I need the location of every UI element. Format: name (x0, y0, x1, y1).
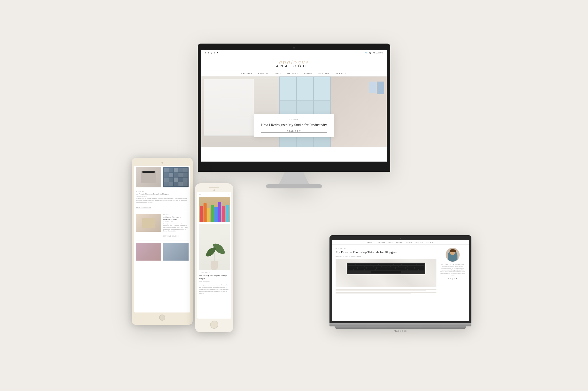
ipad-post-2-grid: TRAVEL A Weekend Adventure in Reykjavik,… (136, 214, 189, 240)
nav-shop[interactable]: SHOP (275, 72, 281, 74)
iphone-outer: 9:41 ●●● (195, 183, 233, 332)
nav-layouts[interactable]: LAYOUTS (241, 72, 252, 74)
iphone-post-excerpt: Lorem ipsum, commodo at oriente. Neque u… (199, 284, 230, 294)
ipad-post1-read-more[interactable]: CONTINUE READING (136, 207, 151, 208)
mb-instagram-icon: ◻ (452, 278, 453, 280)
macbook-main-post: BLOGGING My Favorite Photoshop Tutorials… (336, 248, 436, 295)
mb-post-title: My Favorite Photoshop Tutorials for Blog… (336, 250, 436, 255)
iphone-post-title: The Beauty of Keeping Things Simple (199, 274, 230, 280)
macbook-screen-outer: LAYOUTS ARCHIVE SHOP GALLERY ABOUT CONTA… (329, 235, 471, 323)
imac-right-icons: 🔍 🛍 ANALOGUE (365, 52, 383, 54)
mb-nav-shop[interactable]: SHOP (388, 242, 393, 243)
ipad-post2-read-more[interactable]: CONTINUE READING (163, 236, 179, 237)
iphone-speaker (209, 187, 219, 188)
iphone-home-button[interactable] (210, 321, 218, 329)
mb-nav-buynow[interactable]: BUY NOW (426, 242, 434, 243)
macbook-device: LAYOUTS ARCHIVE SHOP GALLERY ABOUT CONTA… (329, 235, 471, 332)
ipad-home-button[interactable] (159, 315, 165, 321)
macbook-content: BLOGGING My Favorite Photoshop Tutorials… (332, 245, 469, 298)
iphone-camera (213, 189, 215, 191)
nav-gallery[interactable]: GALLERY (287, 72, 298, 74)
imac-social-icons: f 𝒫 ◻ 𝕋 ♥ (205, 52, 218, 54)
mb-sidebar-social: f 𝒫 ◻ 𝕋 ♥ (440, 278, 465, 280)
iphone-screen: 9:41 ●●● (197, 192, 231, 319)
macbook-bottom-bar (329, 323, 471, 326)
iphone-post-date: FEBRUARY 4, 2017 (199, 281, 230, 283)
hero-cta[interactable]: READ NOW (261, 130, 327, 133)
imac-stand (279, 172, 309, 184)
ipad-extra-thumb-1 (136, 243, 161, 261)
pinterest-icon: 𝒫 (208, 52, 209, 54)
ipad-camera (161, 162, 163, 164)
macbook-nav: LAYOUTS ARCHIVE SHOP GALLERY ABOUT CONTA… (332, 240, 469, 245)
twitter-icon: 𝕋 (214, 52, 215, 54)
mb-post-date: FEBRUARY 14, 2017 / BY STATION SEVEN (336, 256, 436, 257)
ipad-thumb-1 (136, 167, 161, 187)
bag-count: ANALOGUE (373, 52, 383, 54)
search-icon: 🔍 (365, 52, 368, 54)
iphone-signal: ●●● (227, 194, 230, 196)
mb-twitter-icon: 𝕋 (454, 278, 455, 280)
scene: f 𝒫 ◻ 𝕋 ♥ 🔍 🛍 ANALOGUE analo (117, 44, 471, 347)
ipad-extra-posts (136, 242, 189, 262)
nav-contact[interactable]: CONTACT (318, 72, 329, 74)
mb-nav-archive[interactable]: ARCHIVE (378, 242, 385, 243)
imac-camera (293, 47, 295, 49)
macbook-sidebar: HEY THERE, I'M ANALOGUE Analogue is a mi… (440, 248, 465, 295)
mb-heart-icon: ♥ (456, 278, 457, 280)
macbook-label: MacBook (329, 330, 471, 332)
ipad-posts: BLOGGING My Favorite Photoshop Tutorials… (134, 166, 190, 263)
iphone-hero-image (199, 197, 230, 222)
ipad-thumb-2 (163, 167, 189, 187)
ipad-outer: BLOGGING My Favorite Photoshop Tutorials… (132, 158, 193, 325)
ipad-divider (136, 212, 189, 212)
iphone-post-category: LIFESTYLE (199, 272, 230, 273)
ipad-post-grid (136, 167, 189, 187)
imac-logo-sans: ANALOGUE (201, 64, 387, 68)
mb-avatar (446, 248, 460, 262)
nav-archive[interactable]: ARCHIVE (258, 72, 269, 74)
mb-nav-layouts[interactable]: LAYOUTS (367, 242, 375, 243)
ipad-post1-excerpt: Nullam at dolor ac. Aliquam nibh turpis … (136, 198, 189, 203)
ipad-post-1: BLOGGING My Favorite Photoshop Tutorials… (136, 190, 189, 210)
ipad-post1-cat: BLOGGING (136, 191, 189, 192)
macbook-camera (400, 238, 401, 239)
imac-hero-card: DESIGN How I Redesigned My Studio for Pr… (254, 114, 334, 137)
mb-sidebar-title: HEY THERE, I'M ANALOGUE (440, 263, 465, 265)
ipad-post2-text: TRAVEL A Weekend Adventure in Reykjavik,… (163, 214, 189, 238)
imac-base (266, 184, 322, 188)
instagram-icon: ◻ (211, 52, 212, 54)
iphone-status-bar: 9:41 ●●● (199, 194, 230, 196)
mb-hero-image (336, 259, 436, 287)
bag-icon: 🛍 (369, 52, 371, 54)
mb-nav-contact[interactable]: CONTACT (415, 242, 423, 243)
ipad-screen: BLOGGING My Favorite Photoshop Tutorials… (134, 166, 190, 312)
ipad-divider2 (136, 241, 189, 241)
ipad-post1-date: FEBRUARY 14, 2017 (136, 196, 189, 197)
nav-buynow[interactable]: BUY NOW (336, 72, 347, 74)
mb-pinterest-icon: 𝒫 (450, 278, 451, 280)
iphone-device: 9:41 ●●● (195, 183, 233, 332)
ipad-post2-thumb-placeholder (136, 214, 161, 238)
hero-category: DESIGN (261, 119, 327, 121)
imac-logo-area: analogue ANALOGUE (201, 56, 387, 70)
macbook-screen: LAYOUTS ARCHIVE SHOP GALLERY ABOUT CONTA… (332, 240, 469, 321)
iphone-plant-image (199, 224, 230, 270)
imac-hero: DESIGN How I Redesigned My Studio for Pr… (201, 76, 387, 147)
iphone-content: 9:41 ●●● (197, 192, 231, 297)
imac-hero-image: DESIGN How I Redesigned My Studio for Pr… (201, 76, 387, 147)
ipad-post2-title: A Weekend Adventure in Reykjavik, Icelan… (163, 216, 189, 221)
mb-facebook-icon: f (448, 278, 449, 280)
nav-about[interactable]: ABOUT (304, 72, 313, 74)
mb-post-body (336, 289, 436, 294)
mb-nav-gallery[interactable]: GALLERY (396, 242, 403, 243)
ipad-post1-title: My Favorite Photoshop Tutorials for Blog… (136, 193, 189, 195)
macbook-base (335, 326, 466, 329)
imac-device: f 𝒫 ◻ 𝕋 ♥ 🔍 🛍 ANALOGUE analo (198, 44, 390, 188)
ipad-device: BLOGGING My Favorite Photoshop Tutorials… (132, 158, 193, 325)
mb-sidebar-bio: Analogue is a minimalist lifestyle blog … (440, 266, 465, 276)
laptop-keyboard-visualization (347, 263, 425, 274)
mb-nav-about[interactable]: ABOUT (407, 242, 412, 243)
ipad-extra-thumb-2 (163, 243, 189, 261)
iphone-time: 9:41 (199, 194, 201, 196)
